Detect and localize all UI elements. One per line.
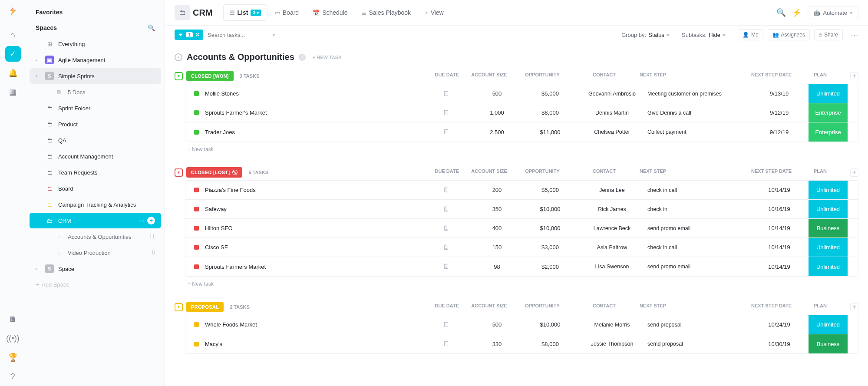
groupby-control[interactable]: Group by:Status▾	[621, 32, 670, 38]
table-row[interactable]: Cisco SF🗓150$3,000Asia Paltrowcheck in c…	[185, 238, 858, 257]
table-row[interactable]: Trader Joes🗓2,500$11,000Chelsea PotterCo…	[185, 122, 858, 142]
filter-chip[interactable]: ⏷1✕	[175, 30, 203, 40]
due-date-cell[interactable]: 🗓	[426, 186, 467, 194]
tasks-icon[interactable]: ✓	[5, 46, 21, 62]
tab-view[interactable]: +View	[418, 4, 450, 21]
tab-board[interactable]: ▭Board	[268, 4, 305, 21]
status-dot[interactable]	[194, 322, 199, 327]
sidebar-item-5-docs[interactable]: 🗎5 Docs	[30, 84, 161, 100]
due-date-cell[interactable]: 🗓	[426, 244, 467, 251]
sidebar-item-crm[interactable]: 🗁CRM⋯+	[30, 213, 161, 228]
tab-sales-playbook[interactable]: ≣Sales Playbook	[355, 4, 418, 21]
table-row[interactable]: Whole Foods Market🗓500$10,000Melanie Mor…	[185, 315, 858, 334]
doc-icon[interactable]: 🗎	[5, 311, 21, 327]
sidebar-item-product[interactable]: 🗀Product	[30, 116, 161, 132]
status-dot[interactable]	[194, 342, 199, 346]
status-toggle-icon[interactable]: ▾	[175, 168, 183, 177]
col-account-size[interactable]: ACCOUNT SIZE	[464, 72, 514, 80]
status-toggle-icon[interactable]: ▾	[175, 303, 183, 311]
plan-cell[interactable]: Business	[809, 219, 848, 238]
col-next-step-date[interactable]: NEXT STEP DATE	[742, 168, 801, 177]
search-input[interactable]	[208, 32, 268, 38]
status-dot[interactable]	[194, 110, 199, 115]
new-task-button[interactable]: + New task	[188, 146, 858, 152]
sidebar-item-agile-management[interactable]: ▸▣Agile Management	[30, 52, 161, 68]
favorites-header[interactable]: Favorites	[26, 4, 165, 20]
due-date-cell[interactable]: 🗓	[426, 340, 467, 348]
status-dot[interactable]	[194, 130, 199, 135]
search-icon[interactable]: 🔍	[148, 24, 155, 31]
col-plan[interactable]: PLAN	[801, 168, 840, 177]
table-row[interactable]: Mollie Stones🗓500$5,000Geovanni Ambrosio…	[185, 84, 858, 103]
status-badge[interactable]: PROPOSAL	[186, 302, 224, 312]
share-button[interactable]: ⎋Share	[814, 29, 843, 40]
sidebar-item-qa[interactable]: 🗀QA	[30, 132, 161, 148]
col-due-date[interactable]: DUE DATE	[418, 168, 459, 177]
trophy-icon[interactable]: 🏆	[5, 350, 21, 365]
tab-schedule[interactable]: 📅Schedule	[306, 4, 354, 21]
task-name[interactable]: Trader Joes	[205, 129, 426, 135]
folder-icon[interactable]: 🗀	[175, 5, 190, 20]
status-dot[interactable]	[194, 91, 199, 96]
plan-cell[interactable]: Unlimited	[809, 315, 848, 334]
col-plan[interactable]: PLAN	[801, 303, 840, 311]
table-row[interactable]: Sprouts Farmer's Market🗓1,000$8,000Denni…	[185, 103, 858, 122]
status-dot[interactable]	[194, 245, 199, 250]
sidebar-item-space[interactable]: ▸SSpace	[30, 261, 161, 277]
tab-list[interactable]: ☰List3 ▾	[223, 4, 267, 21]
collapse-icon[interactable]: ▾	[175, 53, 182, 61]
add-column-icon[interactable]: +	[850, 168, 858, 177]
new-task-button[interactable]: + New task	[188, 281, 858, 287]
info-icon[interactable]: i	[299, 54, 306, 61]
sidebar-item-team-requests[interactable]: 🗀Team Requests	[30, 165, 161, 180]
due-date-cell[interactable]: 🗓	[426, 224, 467, 232]
col-opportunity[interactable]: OPPORTUNITY	[514, 72, 571, 80]
me-button[interactable]: 👤Me	[738, 29, 763, 40]
status-dot[interactable]	[194, 226, 199, 231]
col-plan[interactable]: PLAN	[801, 72, 840, 80]
plan-cell[interactable]: Unlimited	[809, 257, 848, 276]
col-contact[interactable]: CONTACT	[571, 72, 638, 80]
sidebar-item-simple-sprints[interactable]: ▾SSimple Sprints	[30, 68, 161, 84]
due-date-cell[interactable]: 🗓	[426, 90, 467, 98]
table-row[interactable]: Hilton SFO🗓400$10,000Lawrence Becksend p…	[185, 219, 858, 238]
status-badge[interactable]: CLOSED [LOST]	[186, 167, 242, 178]
logo[interactable]	[7, 5, 19, 17]
col-next-step-date[interactable]: NEXT STEP DATE	[742, 72, 801, 80]
col-contact[interactable]: CONTACT	[571, 303, 638, 311]
help-icon[interactable]: ?	[5, 369, 21, 384]
table-row[interactable]: Macy's🗓330$8,000Jessie Thompsonsemd prop…	[185, 334, 858, 353]
task-name[interactable]: Macy's	[205, 341, 426, 347]
status-badge[interactable]: CLOSED [WON]	[186, 71, 234, 81]
task-name[interactable]: Safeway	[205, 206, 426, 212]
task-name[interactable]: Piazza's Fine Foods	[205, 187, 426, 193]
task-name[interactable]: Hilton SFO	[205, 225, 426, 231]
task-name[interactable]: Mollie Stones	[205, 90, 426, 97]
col-next-step[interactable]: NEXT STEP	[638, 303, 742, 311]
table-row[interactable]: Safeway🗓350$10,000Rick Jamescheck in10/1…	[185, 200, 858, 219]
sidebar-item-sprint-folder[interactable]: 🗀Sprint Folder	[30, 100, 161, 116]
plan-cell[interactable]: Business	[809, 334, 848, 353]
table-row[interactable]: Piazza's Fine Foods🗓200$5,000Jenna Leech…	[185, 181, 858, 200]
spaces-header[interactable]: Spaces🔍	[26, 20, 165, 36]
col-next-step[interactable]: NEXT STEP	[638, 72, 742, 80]
task-name[interactable]: Whole Foods Market	[205, 321, 426, 328]
col-due-date[interactable]: DUE DATE	[418, 72, 459, 80]
col-account-size[interactable]: ACCOUNT SIZE	[464, 168, 514, 177]
sidebar-item-accounts-opportunities[interactable]: ○Accounts & Opportunities11	[30, 229, 161, 244]
col-opportunity[interactable]: OPPORTUNITY	[514, 303, 571, 311]
col-opportunity[interactable]: OPPORTUNITY	[514, 168, 571, 177]
due-date-cell[interactable]: 🗓	[426, 128, 467, 136]
due-date-cell[interactable]: 🗓	[426, 109, 467, 117]
col-next-step[interactable]: NEXT STEP	[638, 168, 742, 177]
more-icon[interactable]: ⋯	[851, 30, 858, 40]
plan-cell[interactable]: Enterprise	[809, 122, 848, 142]
plan-cell[interactable]: Unlimited	[809, 181, 848, 199]
due-date-cell[interactable]: 🗓	[426, 205, 467, 213]
chevron-down-icon[interactable]: ▾	[273, 33, 275, 37]
bolt-icon[interactable]: ⚡	[792, 8, 802, 17]
broadcast-icon[interactable]: ((•))	[5, 330, 21, 346]
add-space-button[interactable]: + Add Space	[26, 277, 165, 292]
search-icon[interactable]: 🔍	[776, 8, 786, 17]
home-icon[interactable]: ⌂	[5, 27, 21, 43]
